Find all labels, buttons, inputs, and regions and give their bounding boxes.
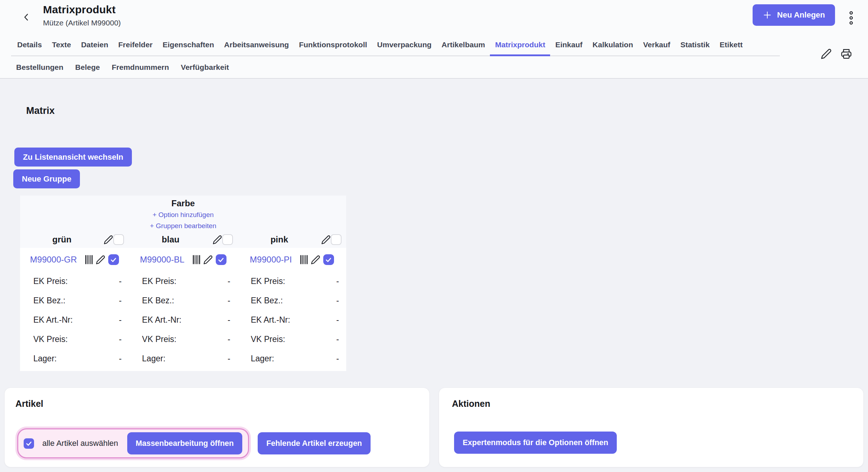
tab-arbeitsanweisung[interactable]: Arbeitsanweisung [219, 35, 294, 56]
actions-card: Aktionen Expertenmodus für die Optionen … [439, 387, 864, 467]
option-checkbox-gruen[interactable] [113, 234, 124, 245]
cell-value: - [228, 354, 230, 363]
barcode-icon[interactable] [192, 254, 202, 265]
edit-button[interactable] [821, 48, 832, 59]
column-header-gruen: grün [20, 231, 129, 248]
header-tools [821, 48, 852, 59]
article-cell-pink: M99000-PI [238, 248, 346, 271]
row-label: VK Preis: [251, 334, 285, 344]
tab-verfuegbarkeit[interactable]: Verfügbarkeit [176, 60, 234, 74]
row-label: Lager: [251, 354, 274, 363]
select-all-highlight-group: alle Artikel auswählen Massenbearbeitung… [17, 428, 249, 458]
select-all-label: alle Artikel auswählen [42, 439, 118, 448]
tab-freifelder[interactable]: Freifelder [113, 35, 158, 56]
article-cell-blau: M99000-BL [129, 248, 237, 271]
tab-texte[interactable]: Texte [47, 35, 76, 56]
pencil-icon[interactable] [203, 255, 213, 265]
create-missing-articles-button[interactable]: Fehlende Artikel erzeugen [258, 432, 371, 454]
articles-card-title: Artikel [15, 399, 43, 409]
row-label: EK Art.-Nr: [33, 315, 73, 325]
pencil-icon[interactable] [213, 235, 222, 245]
more-options-button[interactable] [846, 10, 856, 26]
open-expert-mode-button[interactable]: Expertenmodus für die Optionen öffnen [454, 432, 617, 454]
tab-dateien[interactable]: Dateien [76, 35, 113, 56]
pencil-icon[interactable] [321, 235, 331, 245]
select-all-checkbox[interactable] [24, 438, 34, 449]
article-checkbox-gruen[interactable] [108, 254, 119, 265]
article-checkbox-blau[interactable] [216, 254, 226, 265]
article-link-gruen[interactable]: M99000-GR [30, 255, 77, 265]
back-button[interactable] [19, 9, 34, 25]
option-checkbox-blau[interactable] [222, 234, 233, 245]
cell-value: - [119, 276, 122, 286]
tab-details[interactable]: Details [12, 35, 47, 56]
cell-value: - [336, 354, 339, 363]
tab-belege[interactable]: Belege [70, 60, 105, 74]
plus-icon [763, 10, 772, 20]
table-row-ek-preis: EK Preis:- EK Preis:- EK Preis:- [20, 271, 346, 291]
column-header-pink: pink [238, 231, 346, 248]
print-button[interactable] [841, 48, 852, 59]
tab-kalkulation[interactable]: Kalkulation [587, 35, 638, 56]
option-checkbox-pink[interactable] [331, 234, 342, 245]
top-bar: Matrixprodukt Mütze (Artikel M99000) Neu… [0, 0, 868, 78]
tab-artikelbaum[interactable]: Artikelbaum [437, 35, 490, 56]
add-option-link[interactable]: + Option hinzufügen [20, 209, 346, 220]
checkmark-icon [110, 256, 117, 263]
matrix-column-headers: grün blau pink [20, 231, 346, 248]
cell-value: - [119, 315, 122, 325]
option-label-blau: blau [129, 235, 212, 245]
primary-tab-bar: Details Texte Dateien Freifelder Eigensc… [12, 35, 748, 56]
new-create-button[interactable]: Neu Anlegen [753, 4, 835, 26]
edit-groups-link[interactable]: + Gruppen bearbeiten [20, 220, 346, 231]
new-create-label: Neu Anlegen [777, 10, 825, 20]
matrix-section-title: Matrix [26, 105, 55, 116]
table-row-ek-artnr: EK Art.-Nr:- EK Art.-Nr:- EK Art.-Nr:- [20, 310, 346, 329]
row-label: EK Preis: [33, 276, 68, 286]
column-header-blau: blau [129, 231, 237, 248]
row-label: EK Preis: [251, 276, 285, 286]
tab-einkauf[interactable]: Einkauf [550, 35, 587, 56]
tab-verkauf[interactable]: Verkauf [638, 35, 675, 56]
new-group-button[interactable]: Neue Gruppe [13, 169, 80, 188]
matrix-table-header: Farbe + Option hinzufügen + Gruppen bear… [20, 196, 346, 248]
row-label: EK Art.-Nr: [251, 315, 290, 325]
barcode-icon[interactable] [299, 254, 310, 265]
open-bulk-edit-button[interactable]: Massenbearbeitung öffnen [127, 432, 243, 454]
cell-value: - [119, 334, 122, 344]
tab-bestellungen[interactable]: Bestellungen [11, 60, 68, 74]
tab-eigenschaften[interactable]: Eigenschaften [158, 35, 219, 56]
barcode-icon[interactable] [84, 254, 95, 265]
page-title: Matrixprodukt [43, 4, 116, 16]
cell-value: - [336, 334, 339, 344]
cell-value: - [336, 315, 339, 325]
tab-funktionsprotokoll[interactable]: Funktionsprotokoll [294, 35, 372, 56]
cell-value: - [228, 276, 230, 286]
row-label: Lager: [142, 354, 165, 363]
cell-value: - [119, 354, 122, 363]
pencil-icon[interactable] [311, 255, 320, 265]
article-link-blau[interactable]: M99000-BL [140, 255, 184, 265]
tab-statistik[interactable]: Statistik [675, 35, 715, 56]
tab-etikett[interactable]: Etikett [715, 35, 748, 56]
tab-fremdnummern[interactable]: Fremdnummern [107, 60, 174, 74]
cell-value: - [228, 334, 230, 344]
article-link-pink[interactable]: M99000-PI [250, 255, 292, 265]
cell-value: - [119, 296, 122, 305]
row-label: EK Bez.: [142, 296, 174, 305]
article-row: M99000-GR M99000-BL M99000-PI [20, 248, 346, 271]
cell-value: - [336, 296, 339, 305]
switch-to-list-view-button[interactable]: Zu Listenansicht wechseln [14, 148, 132, 167]
cell-value: - [228, 296, 230, 305]
pencil-icon[interactable] [96, 255, 105, 265]
tab-umverpackung[interactable]: Umverpackung [372, 35, 437, 56]
page-subtitle: Mütze (Artikel M99000) [43, 19, 121, 27]
tab-matrixprodukt[interactable]: Matrixprodukt [490, 35, 550, 56]
actions-card-title: Aktionen [452, 399, 490, 409]
article-cell-gruen: M99000-GR [20, 248, 129, 271]
row-label: VK Preis: [142, 334, 176, 344]
pencil-icon[interactable] [104, 235, 113, 245]
article-checkbox-pink[interactable] [323, 254, 334, 265]
row-label: EK Art.-Nr: [142, 315, 181, 325]
matrix-table: Farbe + Option hinzufügen + Gruppen bear… [20, 196, 346, 371]
